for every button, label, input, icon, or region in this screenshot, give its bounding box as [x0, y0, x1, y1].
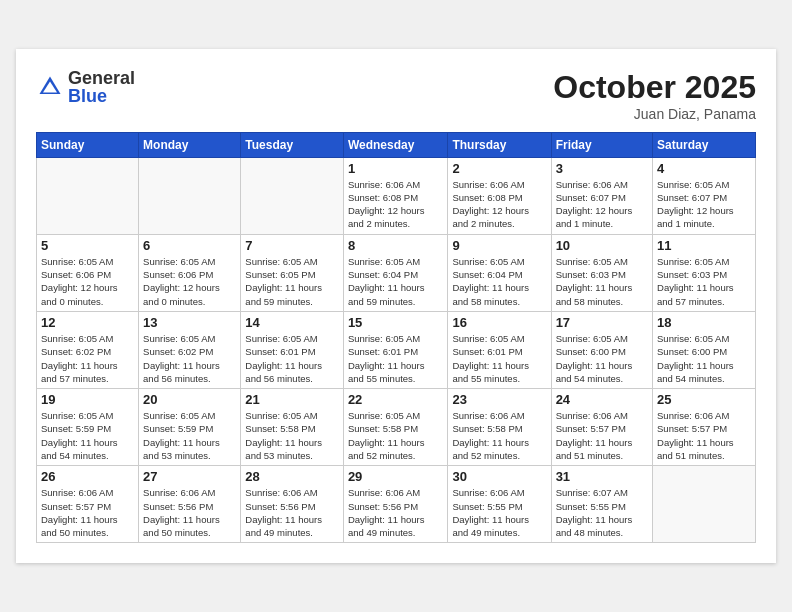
day-number: 13 — [143, 315, 236, 330]
day-info: Sunrise: 6:06 AM Sunset: 5:55 PM Dayligh… — [452, 486, 546, 539]
calendar-cell-w1-d6: 11Sunrise: 6:05 AM Sunset: 6:03 PM Dayli… — [653, 234, 756, 311]
calendar-cell-w1-d2: 7Sunrise: 6:05 AM Sunset: 6:05 PM Daylig… — [241, 234, 344, 311]
day-number: 3 — [556, 161, 648, 176]
day-number: 10 — [556, 238, 648, 253]
calendar-cell-w0-d1 — [139, 157, 241, 234]
calendar-cell-w0-d4: 2Sunrise: 6:06 AM Sunset: 6:08 PM Daylig… — [448, 157, 551, 234]
calendar-cell-w0-d2 — [241, 157, 344, 234]
day-number: 5 — [41, 238, 134, 253]
day-info: Sunrise: 6:05 AM Sunset: 6:06 PM Dayligh… — [41, 255, 134, 308]
day-info: Sunrise: 6:05 AM Sunset: 6:01 PM Dayligh… — [245, 332, 339, 385]
day-number: 20 — [143, 392, 236, 407]
calendar-cell-w2-d5: 17Sunrise: 6:05 AM Sunset: 6:00 PM Dayli… — [551, 311, 652, 388]
day-number: 17 — [556, 315, 648, 330]
day-info: Sunrise: 6:05 AM Sunset: 6:00 PM Dayligh… — [657, 332, 751, 385]
day-info: Sunrise: 6:06 AM Sunset: 6:07 PM Dayligh… — [556, 178, 648, 231]
header-monday: Monday — [139, 132, 241, 157]
calendar-cell-w2-d6: 18Sunrise: 6:05 AM Sunset: 6:00 PM Dayli… — [653, 311, 756, 388]
logo-icon — [36, 73, 64, 101]
location-subtitle: Juan Diaz, Panama — [553, 106, 756, 122]
day-info: Sunrise: 6:06 AM Sunset: 5:56 PM Dayligh… — [348, 486, 444, 539]
week-row-1: 5Sunrise: 6:05 AM Sunset: 6:06 PM Daylig… — [37, 234, 756, 311]
calendar-cell-w0-d6: 4Sunrise: 6:05 AM Sunset: 6:07 PM Daylig… — [653, 157, 756, 234]
day-number: 24 — [556, 392, 648, 407]
day-number: 18 — [657, 315, 751, 330]
day-info: Sunrise: 6:06 AM Sunset: 5:56 PM Dayligh… — [245, 486, 339, 539]
calendar-cell-w1-d4: 9Sunrise: 6:05 AM Sunset: 6:04 PM Daylig… — [448, 234, 551, 311]
day-number: 22 — [348, 392, 444, 407]
calendar-cell-w2-d4: 16Sunrise: 6:05 AM Sunset: 6:01 PM Dayli… — [448, 311, 551, 388]
week-row-3: 19Sunrise: 6:05 AM Sunset: 5:59 PM Dayli… — [37, 389, 756, 466]
week-row-4: 26Sunrise: 6:06 AM Sunset: 5:57 PM Dayli… — [37, 466, 756, 543]
day-info: Sunrise: 6:06 AM Sunset: 6:08 PM Dayligh… — [348, 178, 444, 231]
calendar-cell-w3-d5: 24Sunrise: 6:06 AM Sunset: 5:57 PM Dayli… — [551, 389, 652, 466]
calendar-cell-w4-d5: 31Sunrise: 6:07 AM Sunset: 5:55 PM Dayli… — [551, 466, 652, 543]
day-info: Sunrise: 6:05 AM Sunset: 6:01 PM Dayligh… — [452, 332, 546, 385]
calendar-cell-w3-d4: 23Sunrise: 6:06 AM Sunset: 5:58 PM Dayli… — [448, 389, 551, 466]
day-number: 6 — [143, 238, 236, 253]
calendar-cell-w3-d0: 19Sunrise: 6:05 AM Sunset: 5:59 PM Dayli… — [37, 389, 139, 466]
logo-general-text: General — [68, 69, 135, 87]
calendar-cell-w0-d5: 3Sunrise: 6:06 AM Sunset: 6:07 PM Daylig… — [551, 157, 652, 234]
day-number: 15 — [348, 315, 444, 330]
day-info: Sunrise: 6:05 AM Sunset: 6:05 PM Dayligh… — [245, 255, 339, 308]
header-saturday: Saturday — [653, 132, 756, 157]
day-info: Sunrise: 6:05 AM Sunset: 6:06 PM Dayligh… — [143, 255, 236, 308]
calendar-cell-w3-d1: 20Sunrise: 6:05 AM Sunset: 5:59 PM Dayli… — [139, 389, 241, 466]
day-info: Sunrise: 6:06 AM Sunset: 5:57 PM Dayligh… — [556, 409, 648, 462]
day-number: 16 — [452, 315, 546, 330]
day-info: Sunrise: 6:06 AM Sunset: 6:08 PM Dayligh… — [452, 178, 546, 231]
day-info: Sunrise: 6:05 AM Sunset: 6:02 PM Dayligh… — [143, 332, 236, 385]
calendar-cell-w1-d5: 10Sunrise: 6:05 AM Sunset: 6:03 PM Dayli… — [551, 234, 652, 311]
day-info: Sunrise: 6:05 AM Sunset: 6:07 PM Dayligh… — [657, 178, 751, 231]
calendar-cell-w1-d3: 8Sunrise: 6:05 AM Sunset: 6:04 PM Daylig… — [343, 234, 448, 311]
calendar-cell-w1-d0: 5Sunrise: 6:05 AM Sunset: 6:06 PM Daylig… — [37, 234, 139, 311]
day-number: 26 — [41, 469, 134, 484]
calendar-cell-w4-d4: 30Sunrise: 6:06 AM Sunset: 5:55 PM Dayli… — [448, 466, 551, 543]
calendar-cell-w3-d3: 22Sunrise: 6:05 AM Sunset: 5:58 PM Dayli… — [343, 389, 448, 466]
day-number: 8 — [348, 238, 444, 253]
title-block: October 2025 Juan Diaz, Panama — [553, 69, 756, 122]
calendar-container: General Blue October 2025 Juan Diaz, Pan… — [16, 49, 776, 564]
logo-text: General Blue — [68, 69, 135, 105]
calendar-cell-w1-d1: 6Sunrise: 6:05 AM Sunset: 6:06 PM Daylig… — [139, 234, 241, 311]
day-number: 9 — [452, 238, 546, 253]
day-info: Sunrise: 6:05 AM Sunset: 6:04 PM Dayligh… — [348, 255, 444, 308]
calendar-cell-w2-d1: 13Sunrise: 6:05 AM Sunset: 6:02 PM Dayli… — [139, 311, 241, 388]
header-tuesday: Tuesday — [241, 132, 344, 157]
day-number: 12 — [41, 315, 134, 330]
day-info: Sunrise: 6:05 AM Sunset: 6:04 PM Dayligh… — [452, 255, 546, 308]
day-number: 27 — [143, 469, 236, 484]
day-info: Sunrise: 6:06 AM Sunset: 5:56 PM Dayligh… — [143, 486, 236, 539]
calendar-cell-w0-d3: 1Sunrise: 6:06 AM Sunset: 6:08 PM Daylig… — [343, 157, 448, 234]
calendar-grid: Sunday Monday Tuesday Wednesday Thursday… — [36, 132, 756, 544]
calendar-cell-w3-d6: 25Sunrise: 6:06 AM Sunset: 5:57 PM Dayli… — [653, 389, 756, 466]
calendar-cell-w4-d2: 28Sunrise: 6:06 AM Sunset: 5:56 PM Dayli… — [241, 466, 344, 543]
calendar-cell-w2-d0: 12Sunrise: 6:05 AM Sunset: 6:02 PM Dayli… — [37, 311, 139, 388]
logo: General Blue — [36, 69, 135, 105]
day-info: Sunrise: 6:05 AM Sunset: 6:01 PM Dayligh… — [348, 332, 444, 385]
calendar-cell-w4-d6 — [653, 466, 756, 543]
day-number: 1 — [348, 161, 444, 176]
day-number: 11 — [657, 238, 751, 253]
days-header-row: Sunday Monday Tuesday Wednesday Thursday… — [37, 132, 756, 157]
day-info: Sunrise: 6:05 AM Sunset: 6:03 PM Dayligh… — [657, 255, 751, 308]
calendar-cell-w4-d0: 26Sunrise: 6:06 AM Sunset: 5:57 PM Dayli… — [37, 466, 139, 543]
day-number: 30 — [452, 469, 546, 484]
day-info: Sunrise: 6:05 AM Sunset: 6:00 PM Dayligh… — [556, 332, 648, 385]
day-info: Sunrise: 6:05 AM Sunset: 5:59 PM Dayligh… — [143, 409, 236, 462]
day-info: Sunrise: 6:06 AM Sunset: 5:57 PM Dayligh… — [41, 486, 134, 539]
day-number: 23 — [452, 392, 546, 407]
header-thursday: Thursday — [448, 132, 551, 157]
day-info: Sunrise: 6:06 AM Sunset: 5:57 PM Dayligh… — [657, 409, 751, 462]
day-info: Sunrise: 6:05 AM Sunset: 5:58 PM Dayligh… — [245, 409, 339, 462]
header-sunday: Sunday — [37, 132, 139, 157]
week-row-2: 12Sunrise: 6:05 AM Sunset: 6:02 PM Dayli… — [37, 311, 756, 388]
header-friday: Friday — [551, 132, 652, 157]
day-number: 2 — [452, 161, 546, 176]
day-number: 7 — [245, 238, 339, 253]
logo-blue-text: Blue — [68, 87, 135, 105]
day-number: 31 — [556, 469, 648, 484]
day-info: Sunrise: 6:06 AM Sunset: 5:58 PM Dayligh… — [452, 409, 546, 462]
day-info: Sunrise: 6:05 AM Sunset: 6:02 PM Dayligh… — [41, 332, 134, 385]
